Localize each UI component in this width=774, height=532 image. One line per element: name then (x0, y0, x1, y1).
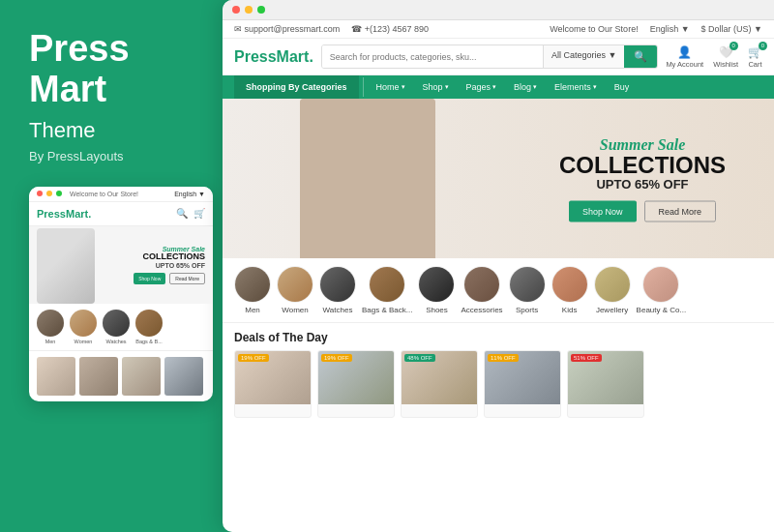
nav-item-home[interactable]: Home▾ (368, 75, 414, 99)
mobile-cat-label-men: Men (45, 339, 56, 344)
mobile-dot-yellow (46, 191, 52, 196)
cat-item-kids[interactable]: Kids (551, 266, 588, 314)
nav-item-blog[interactable]: Blog▾ (505, 75, 546, 99)
deal-item-3[interactable]: 48% OFF (401, 350, 478, 418)
cat-item-shoes[interactable]: Shoes (418, 266, 455, 314)
shopping-categories-button[interactable]: Shopping By Categories (234, 75, 359, 99)
win-dot-red (232, 6, 240, 14)
cart-badge: 0 (759, 42, 767, 50)
deal-badge-4: 11% OFF (488, 354, 519, 362)
mobile-hero-btns: Shop Now Read More (134, 273, 205, 284)
mobile-hero-text: Summer Sale COLLECTIONS UPTO 65% OFF Sho… (134, 246, 205, 284)
mobile-shop-now-button[interactable]: Shop Now (134, 273, 165, 284)
hero-model-figure (300, 99, 435, 258)
header-icons: 👤 My Account 🤍0 Wishlist 🛒0 Cart (666, 45, 762, 69)
deal-item-2[interactable]: 19% OFF (317, 350, 395, 418)
cat-item-watches[interactable]: Watches (319, 266, 356, 314)
mobile-product-4 (164, 357, 203, 396)
nav-item-pages[interactable]: Pages▾ (458, 75, 506, 99)
search-category-dropdown[interactable]: All Categories ▼ (543, 45, 624, 68)
cat-circle-jewellery (594, 266, 631, 303)
desktop-window-bar (223, 0, 774, 20)
topbar-right: Welcome to Our Store! English ▼ $ Dollar… (550, 24, 762, 34)
cat-item-men[interactable]: Men (234, 266, 271, 314)
deal-item-1[interactable]: 19% OFF (234, 350, 312, 418)
cat-circle-men (234, 266, 271, 303)
cart-bag-icon: 🛒0 (748, 45, 762, 59)
mobile-cat-watches: Watches (103, 310, 130, 344)
mobile-dot-red (37, 191, 43, 196)
deal-item-5[interactable]: 51% OFF (567, 350, 644, 418)
hero-off-text: UPTO 65% OFF (559, 176, 726, 191)
cat-label-kids: Kids (562, 306, 578, 314)
desktop-nav: Shopping By Categories Home▾ Shop▾ Pages… (223, 75, 774, 99)
deals-title: Deals of The Day (234, 331, 762, 344)
desktop-topbar: ✉ support@pressmart.com ☎ +(123) 4567 89… (223, 20, 774, 39)
cat-item-beauty[interactable]: Beauty & Co... (637, 266, 687, 314)
cart-icon[interactable]: 🛒0 Cart (748, 45, 762, 69)
topbar-welcome: Welcome to Our Store! (550, 24, 638, 34)
hero-read-more-button[interactable]: Read More (644, 200, 717, 222)
nav-item-shop[interactable]: Shop▾ (414, 75, 458, 99)
wishlist-icon[interactable]: 🤍0 Wishlist (713, 45, 738, 69)
nav-divider (363, 77, 364, 97)
mobile-cat-bags: Bags & B... (135, 310, 163, 344)
cat-item-sports[interactable]: Sports (509, 266, 546, 314)
cat-item-accessories[interactable]: Accessories (461, 266, 502, 314)
cat-label-accessories: Accessories (461, 306, 502, 314)
topbar-currency[interactable]: $ Dollar (US) ▼ (701, 24, 762, 34)
mobile-read-more-button[interactable]: Read More (169, 273, 205, 284)
mobile-search-icon: 🔍 (176, 208, 188, 219)
nav-item-buy[interactable]: Buy (606, 75, 639, 99)
deals-section: Deals of The Day 19% OFF 19% OFF 48% OFF… (223, 323, 774, 422)
blog-arrow: ▾ (533, 83, 537, 91)
deal-badge-3: 48% OFF (404, 354, 435, 362)
deal-item-4[interactable]: 11% OFF (484, 350, 561, 418)
hero-buttons: Shop Now Read More (559, 200, 726, 222)
mobile-hero-collections: COLLECTIONS (134, 252, 205, 262)
my-account-icon[interactable]: 👤 My Account (666, 45, 703, 69)
account-icon: 👤 (677, 45, 692, 59)
deal-badge-5: 51% OFF (571, 354, 602, 362)
mobile-product-3 (122, 357, 161, 396)
mobile-cat-label-women: Women (74, 339, 93, 344)
cat-item-jewellery[interactable]: Jewellery (594, 266, 631, 314)
mobile-cat-label-bags: Bags & B... (135, 339, 163, 344)
home-arrow: ▾ (402, 83, 405, 91)
topbar-lang[interactable]: English ▼ (650, 24, 690, 34)
mobile-hero-figure (37, 228, 95, 304)
cat-item-women[interactable]: Women (277, 266, 313, 314)
hero-shop-now-button[interactable]: Shop Now (569, 200, 637, 222)
topbar-email: ✉ support@pressmart.com (234, 24, 340, 34)
win-dot-green (257, 6, 265, 14)
cat-circle-sports (509, 266, 546, 303)
mobile-preview: Welcome to Our Store! English ▼ PressMar… (29, 187, 213, 401)
search-input[interactable] (322, 45, 543, 68)
cat-circle-beauty (642, 266, 679, 303)
categories-row: Men Women Watches Bags & Back... Shoes A… (223, 258, 774, 323)
cat-label-bags: Bags & Back... (362, 306, 412, 314)
cat-circle-watches (319, 266, 356, 303)
hero-collections-text: COLLECTIONS (559, 153, 726, 176)
wishlist-label: Wishlist (713, 60, 738, 69)
left-panel: Press Mart Theme By PressLayouts Welcome… (0, 0, 223, 532)
cat-label-men: Men (245, 306, 260, 314)
mobile-topbar-welcome: Welcome to Our Store! (70, 191, 170, 197)
wishlist-badge: 0 (729, 42, 738, 50)
mobile-product-2 (79, 357, 118, 396)
search-button[interactable]: 🔍 (624, 45, 657, 68)
mobile-product-1 (37, 357, 75, 396)
desktop-logo: PressMart. (234, 48, 313, 66)
mobile-header-icons: 🔍 🛒 (176, 208, 205, 219)
topbar-left: ✉ support@pressmart.com ☎ +(123) 4567 89… (234, 24, 429, 34)
cat-item-bags[interactable]: Bags & Back... (362, 266, 412, 314)
cat-circle-accessories (463, 266, 500, 303)
cat-label-jewellery: Jewellery (596, 306, 628, 314)
mobile-logo: PressMart. (37, 208, 91, 220)
deals-row: 19% OFF 19% OFF 48% OFF 11% OFF 51% OFF (234, 350, 762, 418)
mobile-dot-green (56, 191, 62, 196)
mobile-cart-icon: 🛒 (194, 208, 205, 219)
cat-circle-women (277, 266, 313, 303)
cat-label-watches: Watches (323, 306, 353, 314)
nav-item-elements[interactable]: Elements▾ (546, 75, 606, 99)
